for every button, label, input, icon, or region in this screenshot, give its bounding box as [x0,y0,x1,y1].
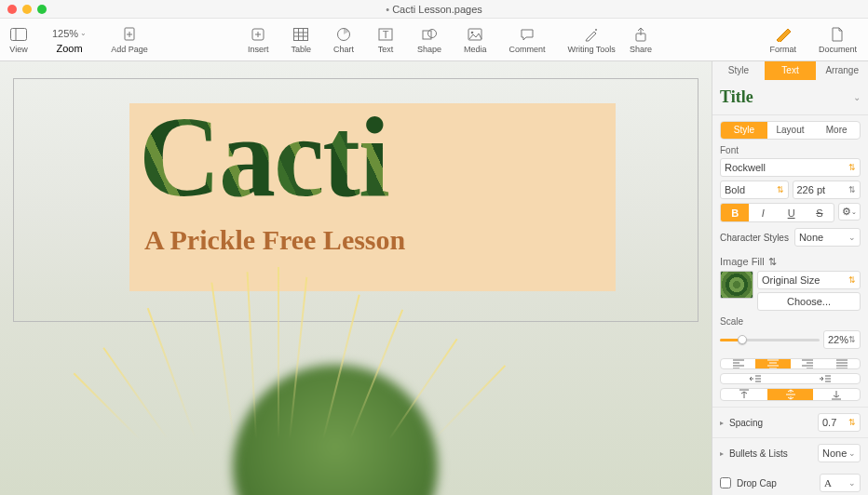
vertical-alignment [720,388,861,401]
document-edited-indicator: • [386,4,389,15]
font-size-stepper[interactable]: 226 pt ⇅ [793,181,861,199]
sidebar-icon [9,26,28,43]
svg-rect-8 [294,28,308,40]
drop-cap-style-dropdown[interactable]: A ⌄ [820,474,861,492]
subtab-style[interactable]: Style [721,122,767,139]
align-left-button[interactable] [721,359,755,368]
choose-image-button[interactable]: Choose... [757,292,861,311]
paragraph-style-name: Title [720,87,753,107]
shape-icon [420,26,439,43]
italic-button[interactable]: I [749,204,777,221]
zoom-dropdown[interactable]: 125%⌄ [50,26,88,41]
svg-rect-16 [423,31,431,39]
shape-button[interactable]: Shape [412,22,447,58]
text-subtabs: Style Layout More [720,121,861,140]
image-fill-label: Image Fill ⇅ [720,256,861,268]
document-canvas[interactable]: Cacti A Prickle Free Lesson [0,61,712,495]
scale-value-stepper[interactable]: 22% ⇅ [823,330,861,349]
align-justify-button[interactable] [825,359,860,368]
chevron-down-icon: ⌄ [848,478,856,488]
spacing-row[interactable]: ▸ Spacing 0.7 ⇅ [712,407,868,437]
format-inspector: Style Text Arrange Title ⌄ Style Layout … [712,61,868,495]
chevron-down-icon: ⌄ [848,448,856,458]
comment-button[interactable]: Comment [504,22,551,58]
document-button[interactable]: Document [813,22,862,58]
tab-text[interactable]: Text [765,61,817,80]
image-fill-mode-dropdown[interactable]: Original Size ⇅ [757,271,861,289]
tab-style[interactable]: Style [712,61,765,80]
strike-button[interactable]: S [806,204,834,221]
indent-controls [720,373,861,384]
chevron-down-icon: ⌄ [851,208,857,216]
add-page-button[interactable]: Add Page [105,22,154,58]
valign-middle-button[interactable] [767,389,814,400]
subtab-layout[interactable]: Layout [767,122,814,139]
indent-button[interactable] [791,374,861,383]
bold-button[interactable]: B [721,204,749,221]
font-section-label: Font [720,145,861,155]
bullets-row[interactable]: ▸ Bullets & Lists None ⌄ [712,437,868,468]
scale-label: Scale [720,316,861,327]
window-titlebar: • Cacti Lesson.pages [0,0,868,19]
title-text[interactable]: Cacti [129,103,616,211]
writing-tools-icon [582,26,601,43]
text-options-gear[interactable]: ⚙︎⌄ [838,203,861,221]
svg-text:T: T [383,29,389,40]
chevron-updown-icon: ⇅ [777,185,784,194]
chevron-down-icon: ⌄ [80,29,87,37]
svg-point-20 [595,29,597,31]
spacing-value-stepper[interactable]: 0.7 ⇅ [818,413,861,432]
gear-icon: ⚙︎ [842,206,851,218]
chevron-updown-icon: ⇅ [768,256,777,267]
svg-point-17 [428,29,437,37]
align-right-button[interactable] [791,359,825,368]
disclosure-icon: ▸ [720,419,724,427]
comment-icon [518,26,536,43]
character-styles-label: Character Styles [720,233,789,243]
title-text-box[interactable]: Cacti A Prickle Free Lesson [129,103,616,291]
cactus-background [0,328,555,495]
share-icon [631,26,650,43]
media-icon [466,26,484,43]
toolbar: View 125%⌄ Zoom Add Page Insert Table Ch… [0,19,868,61]
valign-bottom-button[interactable] [813,389,860,400]
media-button[interactable]: Media [458,22,493,58]
document-title-text: Cacti Lesson.pages [392,4,482,15]
font-family-dropdown[interactable]: Rockwell ⇅ [720,158,861,177]
font-weight-dropdown[interactable]: Bold ⇅ [720,181,789,199]
drop-cap-checkbox[interactable] [720,477,731,488]
zoom-control[interactable]: 125%⌄ Zoom [45,22,94,58]
character-styles-dropdown[interactable]: None ⌄ [794,228,861,247]
stepper-icon: ⇅ [848,418,856,427]
format-button[interactable]: Format [764,22,802,58]
scale-slider[interactable] [720,333,820,346]
align-center-button[interactable] [755,359,790,368]
main-area: Cacti A Prickle Free Lesson Style Text A… [0,61,868,495]
disclosure-icon: ▸ [720,449,724,458]
outdent-button[interactable] [721,374,791,383]
table-button[interactable]: Table [286,22,318,58]
text-button[interactable]: TText [371,22,400,58]
share-button[interactable]: Share [624,22,658,58]
insert-button[interactable]: Insert [242,22,275,58]
image-fill-thumbnail[interactable] [720,271,753,299]
chart-button[interactable]: Chart [328,22,359,58]
valign-top-button[interactable] [721,389,767,400]
inspector-tabs: Style Text Arrange [712,61,868,80]
underline-button[interactable]: U [778,204,806,221]
subtab-more[interactable]: More [813,122,860,139]
document-title: • Cacti Lesson.pages [0,4,868,15]
view-button[interactable]: View [4,22,34,58]
tab-arrange[interactable]: Arrange [816,61,868,80]
page: Cacti A Prickle Free Lesson [13,78,698,322]
bullets-dropdown[interactable]: None ⌄ [818,444,861,462]
chevron-updown-icon: ⇅ [848,163,856,172]
paragraph-style-picker[interactable]: Title ⌄ [712,80,868,115]
add-page-icon [120,26,139,43]
chevron-down-icon: ⌄ [848,233,856,242]
svg-point-19 [471,31,474,33]
document-icon [828,26,847,43]
writing-tools-button[interactable]: Writing Tools [563,22,621,58]
text-icon: T [376,26,395,43]
stepper-icon: ⇅ [848,335,856,344]
